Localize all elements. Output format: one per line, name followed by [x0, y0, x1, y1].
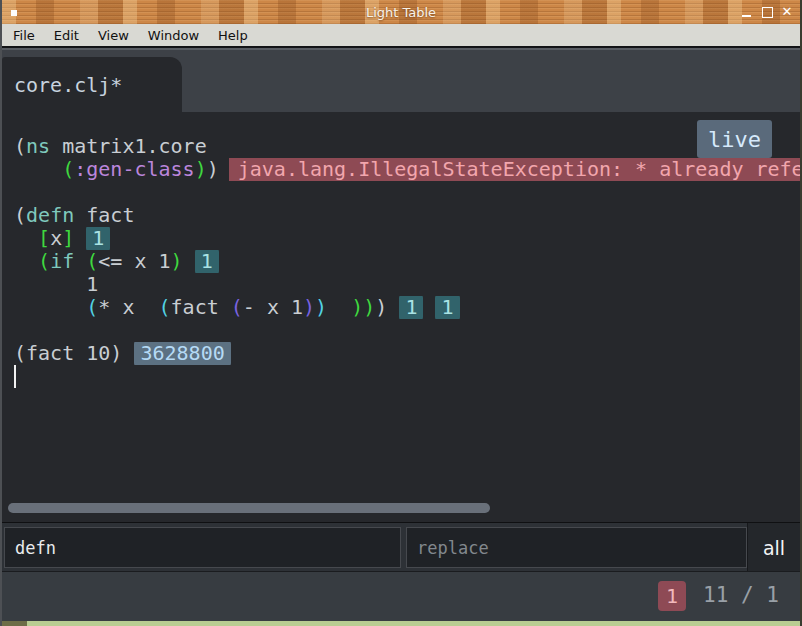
find-replace-bar: all: [2, 522, 800, 571]
code-token: fact: [171, 296, 231, 319]
window-title: Light Table: [2, 5, 800, 20]
menu-help[interactable]: Help: [218, 28, 248, 43]
tab-strip: core.clj*: [2, 47, 800, 112]
code-token: ): [195, 158, 207, 181]
code-token: [: [38, 227, 50, 250]
code-token: :gen-class: [74, 158, 194, 181]
current-match-badge: 1: [658, 581, 686, 611]
text-cursor: [14, 365, 16, 388]
code-line[interactable]: (ns matrix1.core: [2, 135, 800, 158]
menu-file[interactable]: File: [13, 28, 35, 43]
code-line[interactable]: (if (<= x 1) 1: [2, 250, 800, 273]
code-line[interactable]: [2, 319, 800, 342]
menu-view[interactable]: View: [98, 28, 129, 43]
code-line[interactable]: (defn fact: [2, 204, 800, 227]
code-token: ]: [62, 227, 74, 250]
status-bar: 1 11 / 1: [2, 571, 800, 621]
code-token: [327, 296, 351, 319]
code-line[interactable]: [x] 1: [2, 227, 800, 250]
code-line[interactable]: [2, 181, 800, 204]
horizontal-scrollbar[interactable]: [8, 503, 490, 513]
code-token: (: [14, 204, 26, 227]
code-token: ): [171, 250, 183, 273]
code-token: [74, 227, 86, 250]
close-icon[interactable]: ✕: [781, 6, 793, 18]
code-token: [14, 296, 86, 319]
code-line[interactable]: [2, 365, 800, 388]
code-token: ): [207, 158, 219, 181]
eval-result-badge[interactable]: 1: [435, 296, 459, 319]
code-token: [14, 250, 38, 273]
code-token: (fact 10): [14, 342, 134, 365]
code-token: if: [50, 250, 74, 273]
code-token: x: [50, 227, 62, 250]
code-line[interactable]: (fact 10) 3628800: [2, 342, 800, 365]
code-token: defn: [26, 204, 74, 227]
replace-all-button[interactable]: all: [747, 523, 800, 572]
code-token: [74, 250, 86, 273]
code-token: matrix1.core: [50, 135, 207, 158]
code-token: [14, 158, 62, 181]
code-token: (: [86, 296, 98, 319]
code-line[interactable]: (* x (fact (- x 1)) ))) 11: [2, 296, 800, 319]
code-token: ): [303, 296, 315, 319]
code-token: (: [14, 135, 26, 158]
minimize-icon[interactable]: [741, 6, 753, 18]
tab-core-clj[interactable]: core.clj*: [2, 57, 182, 112]
window-bottom-border: [2, 621, 800, 626]
code-token: (: [86, 250, 98, 273]
eval-result-badge[interactable]: 1: [195, 250, 219, 273]
code-token: ): [315, 296, 327, 319]
menu-edit[interactable]: Edit: [54, 28, 79, 43]
menu-window[interactable]: Window: [148, 28, 199, 43]
title-bar[interactable]: Light Table ✕: [2, 0, 800, 24]
maximize-icon[interactable]: [761, 6, 773, 18]
code-token: (: [231, 296, 243, 319]
window-corner-handle[interactable]: [2, 621, 27, 626]
eval-result-badge[interactable]: 1: [86, 227, 110, 250]
code-token: <= x 1: [98, 250, 170, 273]
code-token: [387, 296, 399, 319]
code-token: * x: [98, 296, 158, 319]
tab-label: core.clj*: [14, 73, 122, 97]
code-token: ns: [26, 135, 50, 158]
exception-banner[interactable]: java.lang.IllegalStateException: * alrea…: [229, 158, 800, 181]
code-token: (: [38, 250, 50, 273]
code-line[interactable]: (:gen-class))java.lang.IllegalStateExcep…: [2, 158, 800, 181]
code-area: (ns matrix1.core (:gen-class))java.lang.…: [2, 135, 800, 388]
code-token: fact: [74, 204, 134, 227]
light-table-window: Light Table ✕ File Edit View Window Help…: [0, 0, 802, 626]
code-token: (: [159, 296, 171, 319]
code-line[interactable]: 1: [2, 273, 800, 296]
code-token: )): [351, 296, 375, 319]
app-icon: [11, 10, 17, 16]
code-editor[interactable]: (ns matrix1.core (:gen-class))java.lang.…: [2, 112, 800, 522]
eval-result-badge[interactable]: 3628800: [134, 342, 230, 365]
window-controls: ✕: [741, 0, 793, 24]
menu-bar: File Edit View Window Help: [2, 24, 800, 47]
code-token: [183, 250, 195, 273]
search-input[interactable]: [4, 527, 401, 568]
code-token: ): [375, 296, 387, 319]
match-count-text: 11 / 1: [703, 583, 779, 607]
code-token: [14, 227, 38, 250]
eval-result-badge[interactable]: 1: [399, 296, 423, 319]
code-token: - x 1: [243, 296, 303, 319]
replace-input[interactable]: [406, 527, 747, 568]
live-mode-button[interactable]: live: [697, 120, 772, 158]
code-token: (: [62, 158, 74, 181]
code-token: 1: [14, 273, 98, 296]
